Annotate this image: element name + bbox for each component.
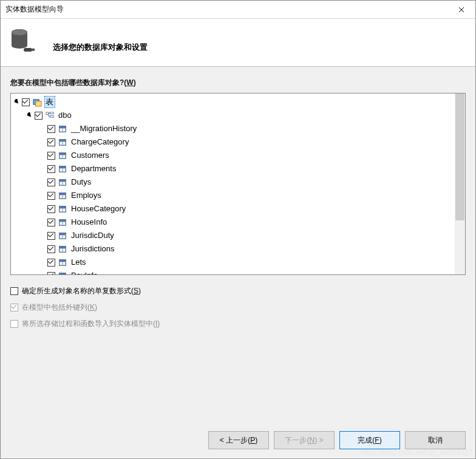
checkbox[interactable] <box>47 259 55 267</box>
tree-node-label: Customers <box>70 151 111 160</box>
database-icon <box>10 27 36 56</box>
tree-node-label: __MigrationHistory <box>70 124 138 134</box>
tree-node-table[interactable]: ▸ChargeCategory <box>12 135 454 149</box>
tree-node-tables-root[interactable]: 表 <box>12 95 454 109</box>
table-icon <box>58 191 67 200</box>
tree-node-label: HouseInfo <box>70 217 109 227</box>
table-icon <box>58 204 67 214</box>
tree-node-table[interactable]: ▸Dutys <box>12 175 454 189</box>
prev-button[interactable]: < 上一步(P) <box>208 431 269 449</box>
question-mnemonic: W <box>126 78 133 87</box>
close-button[interactable] <box>447 1 475 19</box>
svg-point-1 <box>12 29 27 35</box>
table-icon <box>58 271 67 274</box>
option-row: 将所选存储过程和函数导入到实体模型中(I) <box>10 319 466 329</box>
tree-node-label: Lets <box>70 257 88 267</box>
objects-question: 您要在模型中包括哪些数据库对象?(W) <box>10 78 466 88</box>
tree-node-label: JurisdicDuty <box>70 231 116 240</box>
expander-icon[interactable] <box>25 112 35 119</box>
checkbox[interactable] <box>47 165 55 173</box>
checkbox[interactable] <box>22 98 30 106</box>
tree-node-table[interactable]: ▸Customers <box>12 149 454 162</box>
table-icon <box>58 257 67 267</box>
tree-node-schema[interactable]: dbo <box>12 109 454 122</box>
checkbox[interactable] <box>47 178 55 186</box>
tree-node-table[interactable]: ▸Employs <box>12 189 454 202</box>
tree-node-table[interactable]: ▸PayInfo <box>12 269 454 274</box>
wizard-subtitle: 选择您的数据库对象和设置 <box>53 31 148 53</box>
option-row[interactable]: 确定所生成对象名称的单复数形式(S) <box>10 286 466 296</box>
svg-rect-2 <box>24 48 32 52</box>
question-prefix: 您要在模型中包括哪些数据库对象?( <box>10 78 126 87</box>
cancel-button[interactable]: 取消 <box>405 431 466 449</box>
tree-node-label: Departments <box>70 164 118 174</box>
tree-node-label: HouseCategory <box>70 204 127 214</box>
vertical-scrollbar[interactable] <box>455 93 465 274</box>
checkbox[interactable] <box>47 232 55 240</box>
tables-group-icon <box>32 97 42 107</box>
table-icon <box>58 151 67 160</box>
tree-scroll-area[interactable]: 表 dbo ▸__MigrationHistory▸ChargeCategory… <box>11 93 455 274</box>
checkbox <box>10 320 18 328</box>
option-label: 将所选存储过程和函数导入到实体模型中(I) <box>22 319 160 329</box>
tree-node-table[interactable]: ▸Lets <box>12 256 454 269</box>
tree-node-label: Dutys <box>70 177 93 187</box>
tree-node-label: Jurisdictions <box>70 244 117 254</box>
tree-node-table[interactable]: ▸JurisdicDuty <box>12 229 454 242</box>
tree-node-table[interactable]: ▸__MigrationHistory <box>12 122 454 135</box>
option-label: 在模型中包括外键列(K) <box>22 302 97 313</box>
table-icon <box>58 164 67 174</box>
checkbox[interactable] <box>47 192 55 200</box>
table-icon <box>58 124 67 134</box>
tree-node-table[interactable]: ▸Departments <box>12 162 454 175</box>
checkbox[interactable] <box>10 287 18 295</box>
svg-rect-6 <box>35 101 41 106</box>
objects-tree: 表 dbo ▸__MigrationHistory▸ChargeCategory… <box>10 93 466 275</box>
tree-node-table[interactable]: ▸Jurisdictions <box>12 242 454 256</box>
tree-node-table[interactable]: ▸HouseCategory <box>12 202 454 216</box>
wizard-buttons: < 上一步(P) 下一步(N) > 完成(F) 取消 <box>10 419 466 449</box>
checkbox[interactable] <box>47 272 55 275</box>
option-label: 确定所生成对象名称的单复数形式(S) <box>22 286 141 296</box>
scroll-thumb[interactable] <box>455 93 464 220</box>
checkbox[interactable] <box>47 125 55 133</box>
svg-rect-9 <box>50 115 53 117</box>
tree-node-label: 表 <box>44 96 55 108</box>
checkbox <box>10 304 18 311</box>
tree-node-label: PayInfo <box>70 271 100 274</box>
table-icon <box>58 137 67 147</box>
tree-node-label: dbo <box>57 110 73 120</box>
wizard-header: 选择您的数据库对象和设置 <box>1 19 475 67</box>
svg-rect-7 <box>46 112 48 114</box>
options-group: 确定所生成对象名称的单复数形式(S)在模型中包括外键列(K)将所选存储过程和函数… <box>10 286 466 329</box>
finish-button[interactable]: 完成(F) <box>339 431 400 449</box>
table-icon <box>58 217 67 227</box>
tree-node-label: ChargeCategory <box>70 137 131 147</box>
window-title: 实体数据模型向导 <box>5 4 64 15</box>
table-icon <box>58 177 67 187</box>
tree-node-table[interactable]: ▸HouseInfo <box>12 216 454 229</box>
checkbox[interactable] <box>47 219 55 226</box>
question-suffix: ) <box>134 78 136 87</box>
svg-rect-8 <box>50 112 53 114</box>
checkbox[interactable] <box>47 138 55 146</box>
table-icon <box>58 231 67 240</box>
checkbox[interactable] <box>47 152 55 160</box>
title-bar: 实体数据模型向导 <box>1 1 475 19</box>
tree-node-label: Employs <box>70 191 103 200</box>
checkbox[interactable] <box>47 205 55 213</box>
wizard-body: 您要在模型中包括哪些数据库对象?(W) 表 <box>1 67 475 458</box>
checkbox[interactable] <box>35 112 42 120</box>
schema-icon <box>45 110 55 120</box>
svg-rect-4 <box>32 49 35 50</box>
table-icon <box>58 244 67 254</box>
close-icon <box>458 7 464 13</box>
expander-icon[interactable] <box>12 99 22 106</box>
checkbox[interactable] <box>47 245 55 253</box>
next-button: 下一步(N) > <box>274 431 335 449</box>
option-row: 在模型中包括外键列(K) <box>10 302 466 313</box>
